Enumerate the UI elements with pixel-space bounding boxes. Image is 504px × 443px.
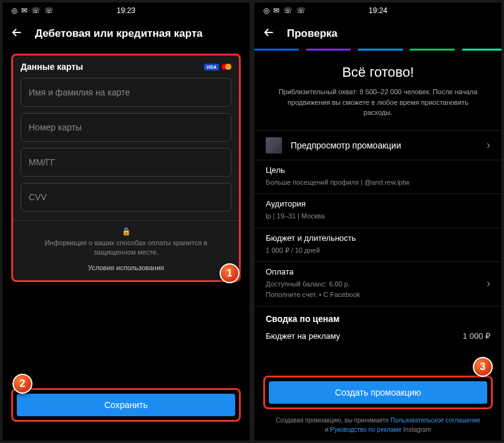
audience-title: Аудитория — [266, 199, 490, 208]
budget-title: Бюджет и длительность — [266, 233, 490, 243]
card-cvv-input[interactable]: CVV — [21, 183, 231, 212]
page-title: Проверка — [287, 27, 337, 40]
chevron-right-icon: › — [487, 139, 490, 152]
clock: 19:23 — [117, 6, 135, 15]
user-agreement-link[interactable]: Пользовательское соглашение — [390, 417, 480, 424]
audience-sub: lp | 19–31 | Москва — [266, 211, 490, 221]
payment-sub1: Доступный баланс: 6,00 р. — [266, 279, 487, 290]
goal-title: Цель — [266, 165, 490, 175]
instagram-icon: ◎ — [263, 6, 269, 15]
goal-sub: Больше посещений профиля | @and.rew.lptw — [266, 177, 490, 188]
card-section-title: Данные карты — [21, 62, 83, 72]
phone-right-review: ◎ ✉ ☏ ☏ 19:24 Проверка Всё готово! Прибл… — [254, 2, 502, 441]
viber-icon: ☏ — [31, 6, 41, 15]
clock: 19:24 — [369, 6, 387, 15]
secure-storage-text: Информация о ваших способах оплаты храни… — [39, 238, 213, 258]
message-icon: ✉ — [273, 6, 279, 15]
chevron-right-icon: › — [487, 277, 490, 290]
status-icons: ◎ ✉ ☏ ☏ — [11, 6, 54, 15]
payment-sub2: Пополните счет. • С Facebook — [266, 290, 487, 300]
lock-icon: 🔒 — [122, 227, 131, 236]
summary-row-label: Бюджет на рекламу — [266, 331, 340, 341]
card-brand-icons: VISA — [204, 64, 231, 71]
viber-icon: ☏ — [283, 6, 293, 15]
preview-label: Предпросмотр промоакции — [291, 140, 487, 150]
summary-row-value: 1 000 ₽ — [463, 331, 490, 341]
goal-block: Цель Больше посещений профиля | @and.rew… — [254, 160, 502, 194]
budget-sub: 1 000 ₽ / 10 дней — [266, 245, 490, 256]
save-button[interactable]: Сохранить — [17, 394, 235, 416]
budget-block: Бюджет и длительность 1 000 ₽ / 10 дней — [254, 228, 502, 262]
status-icons: ◎ ✉ ☏ ☏ — [263, 6, 306, 15]
statusbar: ◎ ✉ ☏ ☏ 19:23 — [2, 2, 250, 19]
instagram-icon: ◎ — [11, 6, 17, 15]
topbar: Дебетовая или кредитная карта — [2, 19, 250, 49]
callout-marker-2: 2 — [12, 374, 32, 394]
create-button-highlight: Создать промоакцию — [263, 376, 493, 409]
card-number-input[interactable]: Номер карты — [21, 113, 231, 142]
card-details-panel: Данные карты VISA Имя и фамилия на карте… — [11, 54, 241, 282]
message-icon: ✉ — [21, 6, 27, 15]
viber-icon: ☏ — [44, 6, 54, 15]
callout-marker-3: 3 — [473, 357, 493, 377]
statusbar: ◎ ✉ ☏ ☏ 19:24 — [254, 2, 502, 19]
audience-block: Аудитория lp | 19–31 | Москва — [254, 193, 502, 228]
preview-row[interactable]: Предпросмотр промоакции › — [254, 130, 502, 160]
ready-heading: Всё готово! — [273, 64, 483, 80]
mastercard-icon — [221, 64, 231, 71]
preview-thumbnail — [266, 137, 282, 153]
visa-icon: VISA — [204, 64, 219, 71]
ad-guide-link[interactable]: Руководство по рекламе — [330, 426, 401, 433]
ready-subtext: Приблизительный охват: 8 500–22 000 чело… — [273, 87, 483, 118]
create-promo-button[interactable]: Создать промоакцию — [269, 381, 487, 404]
cardholder-name-input[interactable]: Имя и фамилия на карте — [21, 78, 231, 107]
callout-marker-1: 1 — [220, 263, 240, 283]
topbar: Проверка — [254, 19, 502, 49]
back-arrow-icon[interactable] — [262, 26, 276, 42]
terms-link[interactable]: Условия использования — [88, 264, 164, 271]
page-title: Дебетовая или кредитная карта — [35, 27, 203, 40]
price-summary-row: Бюджет на рекламу 1 000 ₽ — [254, 328, 502, 347]
price-summary-heading: Сводка по ценам — [254, 306, 502, 328]
viber-icon: ☏ — [296, 6, 306, 15]
phone-left-card-entry: ◎ ✉ ☏ ☏ 19:23 Дебетовая или кредитная ка… — [2, 2, 250, 441]
back-arrow-icon[interactable] — [10, 26, 24, 42]
save-button-highlight: Сохранить — [11, 388, 241, 422]
legal-footer: Создавая промоакцию, вы принимаете Польз… — [254, 416, 502, 434]
card-expiry-input[interactable]: ММ/ГГ — [21, 148, 231, 177]
payment-block[interactable]: Оплата Доступный баланс: 6,00 р. Пополни… — [254, 261, 502, 306]
payment-title: Оплата — [266, 267, 487, 276]
